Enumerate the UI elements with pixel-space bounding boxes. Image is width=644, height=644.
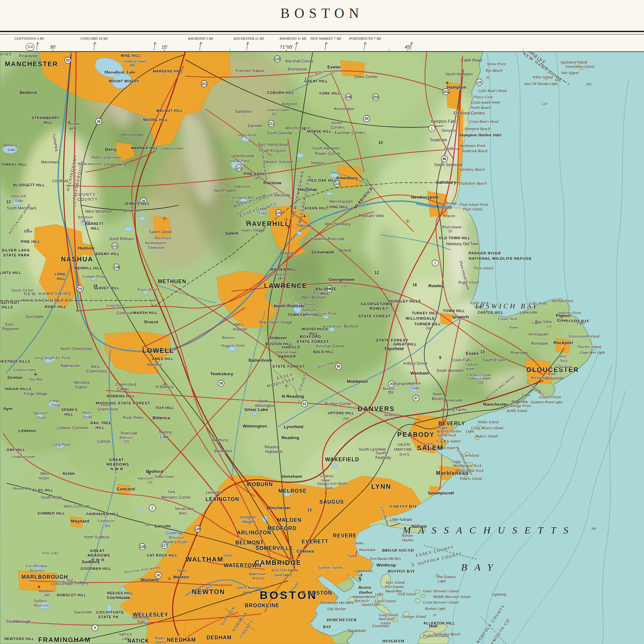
map-label: House Island xyxy=(477,420,499,424)
svg-text:93: 93 xyxy=(66,59,70,62)
svg-text:128: 128 xyxy=(195,527,201,531)
map-label: FOX HILL xyxy=(156,406,174,410)
map-label: Light xyxy=(466,429,474,433)
map-label: Reservoir xyxy=(29,568,45,573)
map-label: Pigeon xyxy=(556,313,571,318)
map-label: Lookout tower xyxy=(266,108,289,112)
map-label: Chelmsford xyxy=(97,407,117,412)
map-label: Thacher Island xyxy=(577,345,602,349)
map-label: Light xyxy=(577,321,585,325)
map-label: Brier xyxy=(558,354,567,358)
map-label: JEREMY HILL xyxy=(93,252,119,256)
route-shield: 125 xyxy=(274,56,281,62)
map-label: Derry Village xyxy=(121,132,144,137)
map-label: MALDEN xyxy=(277,517,301,523)
map-label: CAT ROCK HILL xyxy=(147,553,178,557)
map-label: PARKER RIVER xyxy=(469,251,501,255)
map-label: Watertown xyxy=(249,572,266,576)
svg-text:95: 95 xyxy=(337,365,341,368)
map-label: LAWRENCE xyxy=(264,282,307,289)
map-label: Lookout tower xyxy=(468,376,491,380)
map-label: STRAWBERRY xyxy=(32,116,60,120)
map-label: WOODCHUCK xyxy=(302,327,329,331)
route-shield: 128 xyxy=(195,526,201,532)
map-label: South xyxy=(375,451,386,455)
map-label: Salem Neck xyxy=(437,433,456,437)
map-label: Hampton Falls xyxy=(431,119,456,124)
map-label: Littleton Common xyxy=(57,426,88,430)
airport-icon: ✈ xyxy=(360,573,363,577)
map-label: Lake xyxy=(7,147,16,152)
map-label: Magnolia xyxy=(512,399,528,404)
map-label: Tinkers Island xyxy=(459,476,482,481)
map-label: NEEDHAM xyxy=(167,637,196,643)
map-label: Tank xyxy=(167,490,175,494)
route-shield: 111 xyxy=(112,243,118,249)
svg-text:111: 111 xyxy=(269,122,274,125)
map-label: ROWLEY xyxy=(370,306,388,310)
map-label: 280 xyxy=(44,593,50,597)
map-label: River Pines xyxy=(123,415,143,420)
map-label: Neck xyxy=(559,358,568,363)
map-label: Nutting xyxy=(159,430,172,435)
map-label: WOBURN xyxy=(247,482,273,487)
map-label: South Danville xyxy=(267,131,293,135)
map-label: WALNUT HILL xyxy=(156,109,183,113)
map-label: Arlington xyxy=(240,515,255,520)
map-label: West Windham xyxy=(85,209,112,214)
map-label: GOODMAN HILL xyxy=(80,567,111,571)
route-shield: 93 xyxy=(65,57,71,64)
map-label: Harbor xyxy=(402,538,414,542)
map-label: Weston xyxy=(173,575,189,579)
map-label: Boire xyxy=(24,229,32,233)
margin-note: CONCORD 18 MI. xyxy=(80,36,109,40)
map-label: Nantasket Beach xyxy=(433,632,460,636)
map-label: STATE PARK xyxy=(3,253,30,257)
map-label: AYERS HILL xyxy=(304,206,328,210)
map-label: ROBBINS HILL xyxy=(107,394,135,398)
map-label: Chelsea xyxy=(297,549,314,554)
map-label: Northeastern xyxy=(145,241,166,245)
map-label: HILL xyxy=(91,226,100,230)
map-label: Old Harbor xyxy=(327,607,346,611)
map-label: NEW HAMPSHIRE xyxy=(24,292,72,296)
map-label: Boxford xyxy=(344,324,357,329)
map-label: Smuttynose Island xyxy=(565,64,595,69)
map-label: BAY xyxy=(322,624,332,629)
map-label: Hampton Beach xyxy=(464,126,490,131)
map-label: AFB xyxy=(69,126,76,130)
map-label: LYNN xyxy=(371,483,391,490)
map-label: Light xyxy=(375,592,383,596)
map-label: Collinsville xyxy=(116,311,135,315)
map-label: 30 xyxy=(485,75,490,79)
map-label: HILL xyxy=(57,277,66,281)
map-label: GREAT HILL xyxy=(393,342,417,346)
map-label: 388 xyxy=(129,63,135,67)
map-label: Annisquam xyxy=(529,332,548,337)
map-label: North Andover xyxy=(274,303,305,308)
map-label: NISSITISSIT xyxy=(0,300,20,304)
coordinate-label: 71°00' xyxy=(280,44,293,50)
map-label: Middle Brewster Island xyxy=(433,594,471,599)
map-label: 13 xyxy=(307,508,312,512)
map-label: North Salem xyxy=(214,188,236,193)
map-label: Cable Road xyxy=(461,58,482,63)
map-label: CAMBRIDGE xyxy=(254,559,301,566)
map-label: Station xyxy=(75,385,87,390)
map-label: Cochituate xyxy=(107,595,130,600)
map-label: Seabrook Beach xyxy=(462,149,487,153)
map-label: Straw Point xyxy=(487,62,506,66)
map-label: Arsenal xyxy=(252,576,264,580)
map-label: Ipswich xyxy=(452,314,469,319)
map-label: West Newbury xyxy=(325,222,350,226)
map-label: INDIAN HILLS xyxy=(5,387,31,391)
map-label: Marlboro xyxy=(39,589,53,593)
map-label: West Kingston xyxy=(285,126,310,130)
svg-text:121: 121 xyxy=(236,166,242,170)
map-label: WELLESLEY xyxy=(133,612,168,618)
map-label: 5 xyxy=(168,576,171,581)
map-label: 602 xyxy=(67,578,73,582)
map-label: 190 xyxy=(253,176,259,180)
map-label: MASSACHUSETTS xyxy=(23,298,72,303)
map-label: Pond xyxy=(83,415,92,419)
